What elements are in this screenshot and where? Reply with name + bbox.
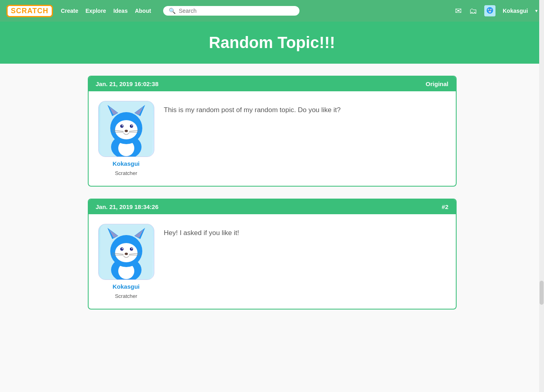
page-title: Random Topic!!!	[0, 34, 544, 52]
dropdown-arrow-icon[interactable]: ▾	[535, 8, 538, 14]
nav-create[interactable]: Create	[61, 8, 79, 14]
post-card: Jan. 21, 2019 18:34:26 #2	[88, 199, 457, 310]
post-author: Kokasgui Scratcher	[98, 224, 154, 299]
svg-point-23	[125, 130, 128, 132]
search-input[interactable]	[179, 8, 294, 14]
svg-point-5	[491, 10, 491, 10]
author-role: Scratcher	[115, 293, 138, 299]
post-date: Jan. 21, 2019 16:02:38	[96, 80, 159, 87]
scratch-logo[interactable]: SCRATCH	[6, 5, 53, 17]
username-nav[interactable]: Kokasgui	[503, 8, 528, 14]
mail-icon[interactable]: ✉	[455, 6, 462, 16]
author-name-link[interactable]: Kokasgui	[113, 283, 140, 290]
svg-point-7	[489, 11, 490, 12]
svg-point-22	[131, 125, 132, 127]
author-role: Scratcher	[115, 170, 138, 176]
svg-point-42	[131, 248, 132, 249]
navbar: SCRATCH Create Explore Ideas About 🔍 ✉ 🗂	[0, 0, 544, 22]
scrollbar-track	[539, 0, 544, 392]
post-date: Jan. 21, 2019 18:34:26	[96, 203, 159, 210]
nav-explore[interactable]: Explore	[85, 8, 106, 14]
nav-right: ✉ 🗂 Kokasgui ▾	[455, 5, 538, 16]
post-message: Hey! I asked if you like it!	[164, 224, 446, 242]
nav-ideas[interactable]: Ideas	[113, 8, 128, 14]
folder-icon[interactable]: 🗂	[469, 6, 477, 16]
svg-point-4	[488, 10, 489, 10]
svg-point-21	[121, 125, 123, 127]
avatar	[98, 224, 154, 280]
post-body: Kokasgui Scratcher Hey! I asked if you l…	[89, 214, 456, 309]
post-badge: #2	[442, 203, 449, 210]
post-badge: Original	[426, 80, 449, 87]
post-message: This is my random post of my random topi…	[164, 101, 446, 119]
search-icon: 🔍	[169, 8, 176, 14]
scrollbar-thumb[interactable]	[540, 281, 544, 305]
posts-container: Jan. 21, 2019 16:02:38 Original	[80, 76, 465, 310]
svg-point-1	[487, 7, 493, 14]
post-header: Jan. 21, 2019 16:02:38 Original	[89, 76, 456, 91]
nav-links: Create Explore Ideas About	[61, 8, 151, 14]
user-avatar[interactable]	[484, 5, 495, 16]
post-header: Jan. 21, 2019 18:34:26 #2	[89, 199, 456, 214]
svg-point-41	[121, 248, 123, 249]
hero-banner: Random Topic!!!	[0, 22, 544, 64]
nav-about[interactable]: About	[135, 8, 151, 14]
post-card: Jan. 21, 2019 16:02:38 Original	[88, 76, 457, 187]
svg-point-43	[125, 253, 128, 255]
avatar	[98, 101, 154, 157]
post-author: Kokasgui Scratcher	[98, 101, 154, 176]
author-name-link[interactable]: Kokasgui	[113, 160, 140, 167]
post-body: Kokasgui Scratcher This is my random pos…	[89, 91, 456, 186]
search-bar: 🔍	[163, 6, 299, 16]
